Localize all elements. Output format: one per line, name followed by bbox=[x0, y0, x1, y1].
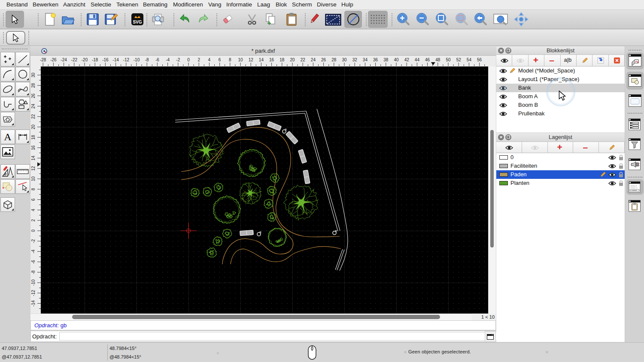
svg-text:6: 6 bbox=[31, 198, 36, 201]
svg-text:-24: -24 bbox=[61, 57, 67, 62]
svg-text:24: 24 bbox=[31, 104, 36, 109]
svg-text:54: 54 bbox=[467, 57, 472, 62]
svg-text:44: 44 bbox=[415, 57, 420, 62]
svg-text:52: 52 bbox=[456, 57, 462, 62]
svg-text:-28: -28 bbox=[40, 57, 46, 62]
svg-text:14: 14 bbox=[31, 156, 36, 161]
svg-text:-6: -6 bbox=[31, 260, 36, 264]
svg-text:> command: > command bbox=[631, 190, 637, 191]
svg-text:46: 46 bbox=[425, 57, 430, 62]
svg-text:12: 12 bbox=[249, 57, 254, 62]
svg-text:-12: -12 bbox=[123, 57, 130, 62]
svg-text:30: 30 bbox=[31, 72, 36, 78]
svg-text:50: 50 bbox=[446, 57, 451, 62]
svg-text:26: 26 bbox=[321, 57, 326, 62]
svg-text:A: A bbox=[4, 132, 12, 142]
svg-text:20: 20 bbox=[31, 124, 36, 130]
svg-text:26: 26 bbox=[31, 93, 36, 98]
svg-text:10: 10 bbox=[238, 57, 243, 62]
svg-text:2: 2 bbox=[31, 219, 36, 222]
svg-text:-16: -16 bbox=[102, 57, 109, 62]
svg-text:6: 6 bbox=[219, 57, 221, 62]
svg-text:16: 16 bbox=[269, 57, 274, 62]
svg-text:8: 8 bbox=[31, 188, 36, 190]
svg-text:-4: -4 bbox=[166, 57, 170, 62]
svg-text:22: 22 bbox=[301, 57, 306, 62]
svg-text:12: 12 bbox=[31, 166, 36, 171]
svg-text:-4: -4 bbox=[31, 250, 36, 253]
svg-text:-10: -10 bbox=[134, 57, 140, 62]
svg-text:-8: -8 bbox=[31, 270, 36, 274]
svg-text:28: 28 bbox=[31, 83, 36, 88]
svg-text:2: 2 bbox=[197, 57, 200, 62]
svg-text:SVG: SVG bbox=[133, 20, 142, 24]
svg-text:20: 20 bbox=[290, 57, 295, 62]
svg-text:-20: -20 bbox=[82, 57, 88, 62]
svg-text:-14: -14 bbox=[31, 300, 36, 307]
svg-text:48: 48 bbox=[435, 57, 440, 62]
svg-text:-12: -12 bbox=[31, 290, 36, 296]
svg-text:38: 38 bbox=[383, 57, 389, 62]
svg-text:40: 40 bbox=[394, 57, 399, 62]
svg-text:-8: -8 bbox=[145, 57, 149, 62]
svg-text:18: 18 bbox=[31, 135, 36, 140]
svg-text:-10: -10 bbox=[31, 279, 36, 286]
svg-text:Command: line: Command: line bbox=[630, 185, 637, 186]
svg-text:56: 56 bbox=[477, 57, 482, 62]
svg-text:16: 16 bbox=[31, 145, 36, 150]
svg-text:4: 4 bbox=[208, 57, 211, 62]
svg-text:-26: -26 bbox=[50, 57, 57, 62]
svg-text:36: 36 bbox=[373, 57, 378, 62]
svg-text:24: 24 bbox=[311, 57, 316, 62]
svg-text:8: 8 bbox=[229, 57, 231, 62]
svg-text:42: 42 bbox=[404, 57, 410, 62]
svg-text:Command: arc: Command: arc bbox=[630, 186, 637, 187]
svg-text:-6: -6 bbox=[155, 57, 159, 62]
svg-text:-2: -2 bbox=[176, 57, 180, 62]
svg-text:-2: -2 bbox=[31, 239, 36, 243]
svg-text:0: 0 bbox=[187, 57, 190, 62]
svg-text:30: 30 bbox=[342, 57, 347, 62]
svg-text:28: 28 bbox=[331, 57, 337, 62]
svg-text:-14: -14 bbox=[112, 57, 119, 62]
svg-text:-22: -22 bbox=[71, 57, 78, 62]
svg-text:18: 18 bbox=[279, 57, 285, 62]
svg-text:4: 4 bbox=[31, 208, 36, 211]
svg-text:32: 32 bbox=[352, 57, 358, 62]
svg-text:-18: -18 bbox=[92, 57, 98, 62]
svg-text:0: 0 bbox=[31, 229, 36, 232]
svg-text:14: 14 bbox=[259, 57, 264, 62]
svg-text:10: 10 bbox=[31, 176, 36, 181]
svg-text:22: 22 bbox=[31, 114, 36, 119]
svg-text:34: 34 bbox=[363, 57, 368, 62]
